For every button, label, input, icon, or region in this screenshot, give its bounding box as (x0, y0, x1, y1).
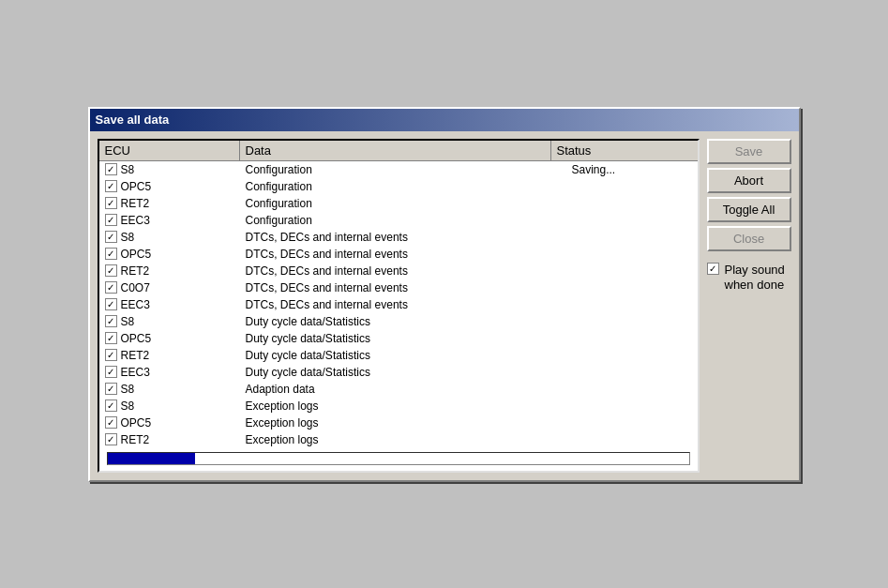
status-cell (566, 279, 698, 296)
row-checkbox[interactable] (105, 298, 117, 310)
data-cell: Exception logs (240, 431, 566, 448)
table-row: EEC3Configuration (99, 212, 698, 229)
progress-bar-inner (108, 453, 195, 464)
status-cell (566, 263, 698, 279)
status-cell (566, 415, 698, 431)
close-button[interactable]: Close (707, 226, 791, 251)
row-checkbox[interactable] (105, 332, 117, 344)
ecu-cell: C0O7 (99, 279, 240, 296)
data-cell: Configuration (240, 195, 566, 212)
ecu-text: OPC5 (121, 416, 152, 430)
toggle-all-button[interactable]: Toggle All (707, 197, 791, 222)
ecu-text: S8 (121, 315, 135, 328)
ecu-cell: S8 (99, 161, 240, 178)
ecu-cell: OPC5 (99, 330, 240, 347)
data-cell: Adaption data (240, 381, 566, 398)
status-cell: Saving... (566, 161, 698, 178)
table-row: RET2DTCs, DECs and internal events (99, 263, 698, 279)
abort-button[interactable]: Abort (707, 168, 791, 193)
ecu-text: S8 (121, 231, 135, 244)
data-cell: Duty cycle data/Statistics (240, 313, 566, 330)
ecu-text: C0O7 (121, 281, 150, 294)
data-cell: Configuration (240, 161, 566, 178)
data-cell: DTCs, DECs and internal events (240, 263, 566, 279)
window-title: Save all data (96, 113, 170, 127)
row-checkbox[interactable] (105, 214, 117, 226)
status-cell (566, 381, 698, 398)
table-row: RET2Exception logs (99, 431, 698, 448)
row-checkbox[interactable] (105, 383, 117, 395)
ecu-text: RET2 (121, 264, 150, 278)
header-status: Status (551, 141, 683, 160)
ecu-text: OPC5 (121, 180, 152, 193)
row-checkbox[interactable] (105, 349, 117, 361)
row-checkbox[interactable] (105, 433, 117, 445)
data-cell: Exception logs (240, 415, 566, 431)
ecu-cell: RET2 (99, 195, 240, 212)
table-body: S8ConfigurationSaving...OPC5Configuratio… (99, 161, 698, 448)
status-cell (566, 364, 698, 381)
data-cell: Configuration (240, 178, 566, 195)
ecu-text: OPC5 (121, 332, 152, 345)
ecu-cell: S8 (99, 313, 240, 330)
data-cell: DTCs, DECs and internal events (240, 246, 566, 263)
table-row: S8DTCs, DECs and internal events (99, 229, 698, 246)
data-cell: Configuration (240, 212, 566, 229)
status-cell (566, 229, 698, 246)
data-cell: Duty cycle data/Statistics (240, 364, 566, 381)
table-row: S8Adaption data (99, 381, 698, 398)
save-button[interactable]: Save (707, 139, 791, 164)
ecu-text: EEC3 (121, 214, 150, 227)
data-cell: Duty cycle data/Statistics (240, 347, 566, 364)
table-container: ECU Data Status S8ConfigurationSaving...… (98, 139, 700, 473)
table-row: OPC5DTCs, DECs and internal events (99, 246, 698, 263)
row-checkbox[interactable] (105, 366, 117, 378)
main-window: Save all data ECU Data Status S8Configur… (88, 107, 801, 482)
ecu-cell: RET2 (99, 431, 240, 448)
ecu-text: RET2 (121, 433, 150, 446)
ecu-cell: S8 (99, 381, 240, 398)
row-checkbox[interactable] (105, 248, 117, 260)
status-cell (566, 330, 698, 347)
row-checkbox[interactable] (105, 180, 117, 192)
status-cell (566, 431, 698, 448)
ecu-cell: OPC5 (99, 415, 240, 431)
row-checkbox[interactable] (105, 281, 117, 294)
data-cell: DTCs, DECs and internal events (240, 279, 566, 296)
ecu-text: OPC5 (121, 248, 152, 261)
row-checkbox[interactable] (105, 315, 117, 327)
table-row: EEC3DTCs, DECs and internal events (99, 296, 698, 313)
ecu-cell: OPC5 (99, 246, 240, 263)
table-row: S8Exception logs (99, 398, 698, 415)
status-cell (566, 347, 698, 364)
ecu-text: RET2 (121, 349, 150, 362)
ecu-text: S8 (121, 163, 135, 176)
table-row: OPC5Configuration (99, 178, 698, 195)
ecu-cell: EEC3 (99, 364, 240, 381)
row-checkbox[interactable] (105, 163, 117, 175)
row-checkbox[interactable] (105, 400, 117, 412)
ecu-text: RET2 (121, 197, 150, 210)
row-checkbox[interactable] (105, 416, 117, 429)
ecu-text: S8 (121, 400, 135, 413)
ecu-text: S8 (121, 383, 135, 396)
play-sound-checkbox[interactable] (707, 263, 719, 275)
table-row: S8ConfigurationSaving... (99, 161, 698, 178)
row-checkbox[interactable] (105, 231, 117, 243)
status-cell (566, 246, 698, 263)
data-cell: DTCs, DECs and internal events (240, 229, 566, 246)
table-row: EEC3Duty cycle data/Statistics (99, 364, 698, 381)
ecu-cell: RET2 (99, 347, 240, 364)
ecu-cell: S8 (99, 398, 240, 415)
status-cell (566, 212, 698, 229)
play-sound-section: Play sound when done (707, 263, 791, 294)
data-cell: DTCs, DECs and internal events (240, 296, 566, 313)
row-checkbox[interactable] (105, 197, 117, 209)
ecu-cell: OPC5 (99, 178, 240, 195)
data-cell: Duty cycle data/Statistics (240, 330, 566, 347)
table-row: C0O7DTCs, DECs and internal events (99, 279, 698, 296)
table-row: RET2Duty cycle data/Statistics (99, 347, 698, 364)
row-checkbox[interactable] (105, 264, 117, 277)
status-cell (566, 296, 698, 313)
progress-bar-outer (107, 452, 690, 465)
